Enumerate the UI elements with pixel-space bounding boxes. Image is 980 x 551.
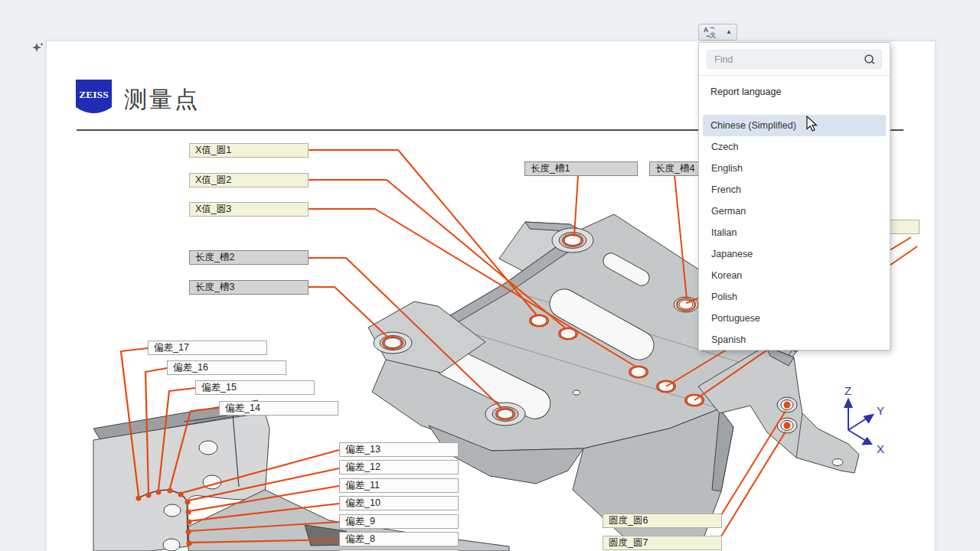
annotation-label: X值_圆1	[189, 143, 309, 158]
language-option[interactable]: English	[700, 158, 889, 179]
svg-text:Y: Y	[877, 404, 884, 417]
language-option[interactable]: Chinese (Simplified)	[703, 115, 886, 136]
annotation-label: 偏差_15	[195, 380, 315, 395]
report-language-button[interactable]: A 戈 ▲	[698, 24, 737, 41]
svg-text:Z: Z	[844, 384, 851, 397]
annotation-label: 长度_槽3	[189, 280, 309, 295]
annotation-label: 偏差_9	[339, 514, 459, 529]
svg-text:ZEISS: ZEISS	[79, 89, 108, 100]
language-option[interactable]: Korean	[700, 265, 889, 286]
mouse-cursor	[806, 116, 822, 135]
annotation-label: 偏差_17	[148, 341, 267, 355]
chevron-up-icon: ▲	[726, 29, 732, 35]
annotation-label: 偏差_13	[339, 442, 459, 457]
language-option[interactable]: Czech	[700, 136, 889, 158]
coordinate-triad: Z Y X	[831, 381, 900, 465]
annotation-label: X值_圆2	[189, 173, 309, 187]
language-option[interactable]: Portuguese	[700, 308, 889, 329]
language-option[interactable]: Spanish	[700, 329, 889, 350]
annotation-label: 圆度_圆6	[603, 514, 722, 528]
language-list: Chinese (Simplified)CzechEnglishFrenchGe…	[699, 115, 890, 350]
magnifier-icon	[864, 54, 876, 66]
language-option[interactable]: Italian	[700, 222, 889, 243]
annotation-label: 偏差_12	[339, 460, 459, 474]
annotation-label: 偏差_10	[339, 496, 459, 510]
language-option[interactable]: Polish	[700, 286, 889, 308]
annotation-label: 长度_槽1	[524, 161, 638, 176]
page-title: 测量点	[124, 84, 200, 116]
annotation-label: 长度_槽2	[189, 250, 309, 265]
zeiss-logo: ZEISS	[76, 80, 112, 116]
annotation-label: 偏差_16	[167, 360, 286, 375]
svg-text:X: X	[877, 442, 884, 455]
annotation-label: 偏差_8	[339, 532, 459, 546]
find-row	[699, 43, 890, 76]
section-label: Report language	[699, 76, 890, 116]
svg-text:戈: 戈	[710, 31, 717, 38]
language-option[interactable]: German	[700, 201, 889, 222]
annotation-label: X值_圆3	[189, 202, 309, 217]
annotation-label: 偏差_11	[339, 478, 459, 493]
annotation-label: 圆度_圆7	[603, 536, 722, 550]
report-language-dropdown: Report language Chinese (Simplified)Czec…	[698, 42, 890, 350]
language-option[interactable]: French	[700, 179, 889, 201]
annotation-label: 偏差_14	[219, 401, 338, 416]
language-option[interactable]: Japanese	[700, 243, 889, 265]
find-input[interactable]	[707, 50, 882, 69]
translate-icon: A 戈	[704, 26, 717, 38]
svg-text:A: A	[704, 26, 708, 34]
